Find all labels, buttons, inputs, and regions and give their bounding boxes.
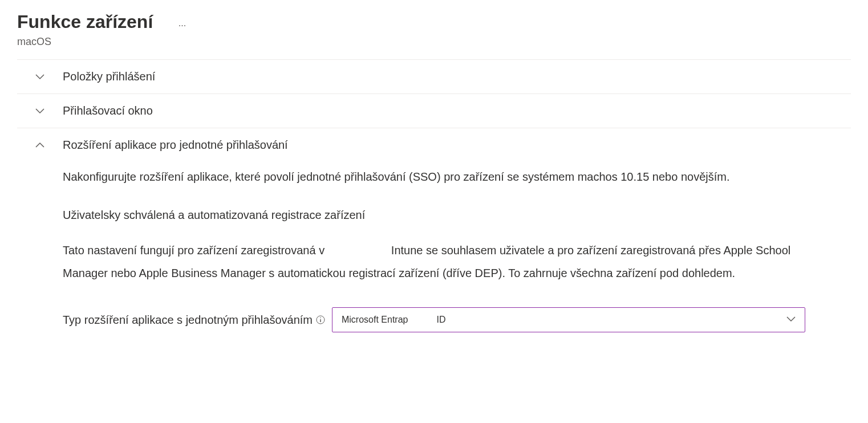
- paragraph-part1: Tato nastavení fungují pro zařízení zare…: [63, 244, 325, 257]
- accordion-header-login-window[interactable]: Přihlašovací okno: [17, 94, 851, 128]
- chevron-down-icon: [34, 105, 46, 117]
- page-subtitle: macOS: [17, 36, 851, 48]
- sso-type-field-row: Typ rozšíření aplikace s jednotným přihl…: [63, 307, 805, 332]
- chevron-down-icon: [786, 315, 796, 325]
- page-title: Funkce zařízení: [17, 11, 153, 32]
- page-header: Funkce zařízení ··· macOS: [17, 11, 851, 48]
- more-options-icon[interactable]: ···: [179, 21, 186, 31]
- accordion-item-login-window: Přihlašovací okno: [17, 93, 851, 128]
- accordion-item-login-items: Položky přihlášení: [17, 59, 851, 93]
- settings-accordion: Položky přihlášení Přihlašovací okno Roz…: [17, 59, 851, 349]
- field-label-text: Typ rozšíření aplikace s jednotným přihl…: [63, 314, 313, 326]
- chevron-down-icon: [34, 71, 46, 83]
- svg-point-2: [320, 318, 321, 319]
- sso-sub-heading: Uživatelsky schválená a automatizovaná r…: [63, 209, 805, 222]
- dropdown-value-part1: Microsoft Entrap: [342, 315, 408, 324]
- accordion-title: Položky přihlášení: [63, 70, 155, 83]
- sso-description: Nakonfigurujte rozšíření aplikace, které…: [63, 168, 805, 186]
- accordion-title: Přihlašovací okno: [63, 104, 153, 117]
- sso-type-dropdown[interactable]: Microsoft EntrapID: [332, 307, 805, 332]
- accordion-item-sso-extension: Rozšíření aplikace pro jednotné přihlašo…: [17, 128, 851, 349]
- sso-paragraph: Tato nastavení fungují pro zařízení zare…: [63, 239, 805, 284]
- sso-type-label: Typ rozšíření aplikace s jednotným přihl…: [63, 314, 313, 327]
- dropdown-value-part2: ID: [436, 315, 445, 324]
- chevron-up-icon: [34, 140, 46, 151]
- accordion-header-sso-extension[interactable]: Rozšíření aplikace pro jednotné přihlašo…: [17, 128, 851, 162]
- info-icon[interactable]: [316, 315, 325, 324]
- sso-extension-content: Nakonfigurujte rozšíření aplikace, které…: [17, 162, 851, 349]
- accordion-title: Rozšíření aplikace pro jednotné přihlašo…: [63, 139, 288, 152]
- dropdown-selected-value: Microsoft EntrapID: [342, 315, 445, 325]
- accordion-header-login-items[interactable]: Položky přihlášení: [17, 60, 851, 93]
